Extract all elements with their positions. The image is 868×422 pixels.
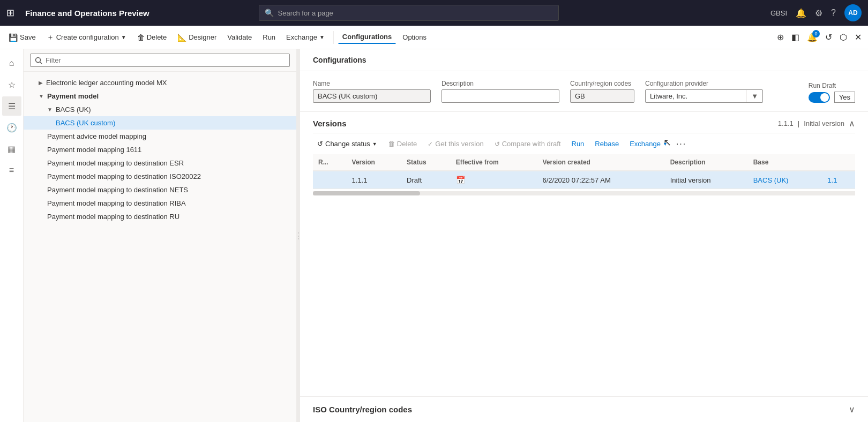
versions-meta: 1.1.1 | Initial version ∧ (778, 118, 855, 129)
tree-item-mapping-riba[interactable]: Payment model mapping to destination RIB… (24, 197, 296, 210)
tree-item-mapping-nets[interactable]: Payment model mapping to destination NET… (24, 183, 296, 197)
app-grid-icon[interactable]: ⊞ (6, 7, 14, 19)
horizontal-scrollbar[interactable] (313, 191, 855, 195)
table-row[interactable]: 1.1.1 Draft 📅 6/2/2020 07:22:57 AM Initi… (313, 171, 855, 189)
version-delete-button[interactable]: 🗑 Delete (384, 138, 422, 150)
run-draft-toggle[interactable] (809, 92, 830, 103)
sidebar-toggle-icon[interactable]: ◧ (789, 30, 802, 44)
configurations-tab[interactable]: Configurations (338, 31, 396, 44)
tree-item-mapping-iso20022[interactable]: Payment model mapping to destination ISO… (24, 170, 296, 183)
refresh-icon[interactable]: ↺ (823, 30, 834, 44)
main-toolbar: 💾 Save ＋ Create configuration ▼ 🗑 Delete… (0, 26, 868, 49)
tree-item-payment-model[interactable]: ▼ Payment model (24, 89, 296, 103)
delete-icon: 🗑 (137, 33, 145, 42)
version-exchange-button[interactable]: Exchange ▼ (625, 138, 672, 150)
help-icon[interactable]: ? (831, 8, 836, 18)
version-number: 1.1.1 (778, 119, 794, 127)
checkmark-icon: ✓ (428, 140, 433, 148)
cell-r (313, 171, 347, 189)
config-provider-input[interactable] (646, 90, 746, 102)
badge-count: 0 (812, 30, 820, 37)
versions-collapse-button[interactable]: ∧ (849, 118, 855, 129)
app-title: Finance and Operations Preview (25, 9, 149, 18)
rebase-button[interactable]: Rebase (590, 138, 623, 150)
get-this-version-button[interactable]: ✓ Get this version (423, 138, 488, 150)
exchange-chevron-icon: ▼ (663, 141, 668, 147)
panel-resizer[interactable]: ⋮ (297, 49, 300, 422)
pin-icon[interactable]: ⊕ (775, 30, 786, 44)
scroll-thumb[interactable] (313, 191, 420, 195)
tree-item-electronic-ledger[interactable]: ▶ Electronic ledger accounting model MX (24, 76, 296, 89)
config-provider-label: Configuration provider (645, 80, 763, 87)
badge-icon[interactable]: 🔔 0 (805, 30, 820, 44)
change-status-icon: ↺ (317, 140, 323, 148)
settings-icon[interactable]: ⚙ (815, 8, 822, 18)
arrow-icon: ▶ (39, 80, 43, 86)
version-run-button[interactable]: Run (567, 138, 589, 150)
description-label: Description (442, 80, 559, 87)
versions-table-body: 1.1.1 Draft 📅 6/2/2020 07:22:57 AM Initi… (313, 171, 855, 189)
close-icon[interactable]: ✕ (852, 30, 864, 44)
recent-icon[interactable]: 🕐 (2, 118, 21, 137)
description-input[interactable] (442, 89, 559, 103)
name-input[interactable] (313, 89, 431, 103)
nav-filter-input[interactable] (30, 54, 290, 67)
tree-item-label: Payment advice model mapping (47, 132, 146, 140)
tree-item-label: Payment model mapping to destination NET… (47, 186, 188, 194)
tree-item-bacs-uk-custom[interactable]: BACS (UK custom) (24, 116, 296, 130)
tree-item-label: Payment model (47, 92, 99, 100)
tree-item-label: Payment model mapping to destination ESR (47, 159, 184, 167)
calendar-icon[interactable]: 📅 (456, 176, 465, 184)
tree-item-label: Payment model mapping to destination RU (47, 213, 179, 221)
favorites-icon[interactable]: ☆ (2, 75, 21, 94)
change-status-chevron: ▼ (372, 141, 377, 147)
tree-item-mapping-1611[interactable]: Payment model mapping 1611 (24, 143, 296, 156)
tree-item-mapping-ru[interactable]: Payment model mapping to destination RU (24, 210, 296, 223)
home-icon[interactable]: ⌂ (2, 54, 21, 73)
col-effective-from: Effective from (451, 154, 537, 171)
tree-item-bacs-uk[interactable]: ▼ BACS (UK) (24, 103, 296, 116)
toolbar-separator (333, 31, 334, 44)
open-new-icon[interactable]: ⬡ (837, 30, 849, 44)
tree-item-mapping-esr[interactable]: Payment model mapping to destination ESR (24, 156, 296, 170)
more-options-button[interactable]: ··· (674, 138, 689, 150)
user-avatar[interactable]: AD (844, 4, 862, 21)
save-button[interactable]: 💾 Save (4, 31, 40, 44)
options-tab[interactable]: Options (398, 31, 431, 43)
col-version-created: Version created (537, 154, 665, 171)
validate-button[interactable]: Validate (223, 31, 256, 43)
run-button[interactable]: Run (258, 31, 280, 43)
nav-tree: ▶ Electronic ledger accounting model MX … (24, 72, 296, 422)
workspaces-icon[interactable]: ▦ (2, 139, 21, 159)
version-separator: | (798, 119, 799, 127)
content-panel: Configurations Name Description Country/… (300, 49, 868, 422)
search-input[interactable] (278, 9, 553, 17)
configurations-heading: Configurations (313, 56, 855, 64)
change-status-button[interactable]: ↺ Change status ▼ (313, 138, 381, 150)
iso-collapse-button[interactable]: ∨ (849, 404, 855, 415)
country-codes-label: Country/region codes (570, 80, 634, 87)
tree-item-payment-advice[interactable]: Payment advice model mapping (24, 130, 296, 143)
col-r: R... (313, 154, 347, 171)
base-link[interactable]: BACS (UK) (753, 176, 789, 184)
exchange-chevron-icon: ▼ (319, 34, 325, 40)
config-provider-dropdown-icon[interactable]: ▼ (746, 90, 762, 102)
filter-icon[interactable]: ☰ (2, 96, 21, 116)
designer-button[interactable]: 📐 Designer (173, 31, 221, 44)
cell-base-version: 1.1 (822, 171, 855, 189)
delete-button[interactable]: 🗑 Delete (133, 31, 171, 44)
compare-with-draft-button[interactable]: ↺ Compare with draft (490, 138, 565, 150)
exchange-button[interactable]: Exchange ▼ (282, 31, 329, 43)
version-toolbar: ↺ Change status ▼ 🗑 Delete ✓ Get this ve… (313, 133, 855, 154)
name-field-group: Name (313, 80, 431, 103)
arrow-icon: ▼ (47, 107, 53, 112)
modules-icon[interactable]: ≡ (2, 161, 21, 180)
country-codes-field-group: Country/region codes (570, 80, 634, 103)
base-version-link[interactable]: 1.1 (827, 176, 837, 184)
search-bar[interactable]: 🔍 (259, 5, 559, 21)
create-configuration-button[interactable]: ＋ Create configuration ▼ (42, 31, 131, 44)
chevron-down-icon: ▼ (121, 34, 126, 40)
cell-base: BACS (UK) (748, 171, 822, 189)
country-codes-input[interactable] (570, 89, 634, 103)
notifications-icon[interactable]: 🔔 (796, 8, 806, 18)
